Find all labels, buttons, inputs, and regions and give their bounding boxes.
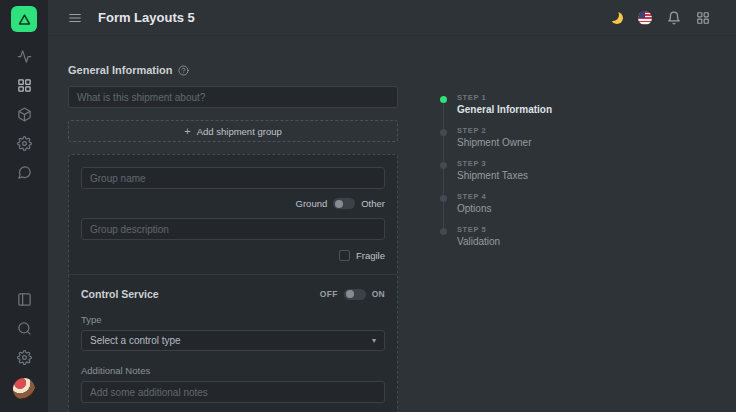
chat-bubble-icon	[17, 165, 32, 180]
step-caption: STEP 5	[457, 225, 500, 234]
step-dot	[440, 195, 447, 202]
step-item-3[interactable]: STEP 3 Shipment Taxes	[440, 159, 660, 181]
step-dot	[440, 96, 447, 103]
shipment-about-input[interactable]	[68, 86, 398, 108]
group-description-input[interactable]	[81, 218, 385, 240]
fragile-row: Fragile	[81, 250, 385, 261]
fragile-label: Fragile	[356, 250, 385, 261]
step-label: Options	[457, 203, 491, 214]
section-title: General Information	[68, 64, 173, 76]
apps-button[interactable]	[696, 11, 710, 25]
notes-label: Additional Notes	[81, 365, 385, 376]
gear-icon	[17, 350, 32, 365]
step-caption: STEP 1	[457, 93, 552, 102]
topbar: Form Layouts 5	[48, 0, 736, 36]
off-label: OFF	[320, 289, 338, 299]
sidebar-item-messages[interactable]	[16, 164, 32, 180]
gear-icon	[17, 136, 32, 151]
ground-other-toggle-row: Ground Other	[81, 198, 385, 209]
ground-other-switch[interactable]	[333, 198, 355, 209]
sidebar-item-packages[interactable]	[16, 106, 32, 122]
sidebar-item-settings[interactable]	[16, 135, 32, 151]
package-icon	[17, 107, 32, 122]
step-item-4[interactable]: STEP 4 Options	[440, 192, 660, 214]
topbar-actions	[611, 11, 710, 25]
form-stepper: STEP 1 General Information STEP 2 Shipme…	[440, 93, 660, 258]
control-type-value: Select a control type	[90, 335, 181, 346]
bell-icon	[667, 11, 681, 25]
step-label: Shipment Taxes	[457, 170, 528, 181]
section-header: General Information	[68, 64, 398, 76]
step-dot	[440, 129, 447, 136]
step-caption: STEP 3	[457, 159, 528, 168]
dark-mode-button[interactable]	[611, 12, 623, 24]
step-label: Shipment Owner	[457, 137, 531, 148]
control-service-title: Control Service	[81, 288, 159, 300]
sidebar-item-preferences[interactable]	[16, 349, 32, 365]
step-label: General Information	[457, 104, 552, 115]
activity-icon	[17, 49, 32, 64]
step-item-2[interactable]: STEP 2 Shipment Owner	[440, 126, 660, 148]
card-divider	[69, 274, 397, 275]
other-label: Other	[361, 198, 385, 209]
sidebar-item-search[interactable]	[16, 320, 32, 336]
form-column: General Information + Add shipment group…	[68, 64, 398, 412]
group-name-input[interactable]	[81, 167, 385, 189]
steps-list: STEP 1 General Information STEP 2 Shipme…	[440, 93, 660, 247]
user-avatar[interactable]	[13, 378, 35, 400]
on-label: ON	[372, 289, 385, 299]
sidebar-item-panels[interactable]	[16, 291, 32, 307]
step-item-5[interactable]: STEP 5 Validation	[440, 225, 660, 247]
ground-label: Ground	[296, 198, 328, 209]
add-shipment-group-button[interactable]: + Add shipment group	[68, 120, 398, 142]
moon-icon	[611, 12, 623, 24]
menu-toggle-button[interactable]	[68, 11, 82, 25]
apps-grid-icon	[696, 11, 710, 25]
plus-icon: +	[184, 126, 190, 137]
control-service-row: Control Service OFF ON	[81, 288, 385, 300]
us-flag-icon	[638, 11, 652, 25]
add-group-label: Add shipment group	[197, 126, 282, 137]
sidebar-bottom	[13, 291, 35, 412]
language-button[interactable]	[638, 11, 652, 25]
triangle-logo-icon	[17, 12, 32, 27]
help-icon[interactable]	[178, 65, 189, 76]
search-icon	[17, 321, 32, 336]
step-item-1[interactable]: STEP 1 General Information	[440, 93, 660, 115]
step-dot	[440, 228, 447, 235]
sidebar-nav	[16, 48, 32, 180]
fragile-checkbox[interactable]	[339, 250, 350, 261]
off-on-toggle-row: OFF ON	[320, 289, 385, 300]
app-logo[interactable]	[11, 6, 37, 32]
off-on-switch[interactable]	[344, 289, 366, 300]
notifications-button[interactable]	[667, 11, 681, 25]
step-caption: STEP 2	[457, 126, 531, 135]
control-type-select[interactable]: Select a control type ▾	[81, 330, 385, 351]
sidebar-item-layouts[interactable]	[16, 77, 32, 93]
shipment-group-card: Ground Other Fragile Control Service OFF…	[68, 154, 398, 412]
hamburger-icon	[68, 11, 82, 25]
type-label: Type	[81, 314, 385, 325]
additional-notes-input[interactable]	[81, 381, 385, 403]
grid-icon	[17, 78, 32, 93]
step-dot	[440, 162, 447, 169]
step-label: Validation	[457, 236, 500, 247]
step-caption: STEP 4	[457, 192, 491, 201]
sidebar-item-activity[interactable]	[16, 48, 32, 64]
sidebar	[0, 0, 48, 412]
layout-columns-icon	[17, 292, 32, 307]
page-title: Form Layouts 5	[98, 10, 195, 25]
chevron-down-icon: ▾	[372, 336, 376, 345]
main-content: General Information + Add shipment group…	[48, 36, 736, 412]
